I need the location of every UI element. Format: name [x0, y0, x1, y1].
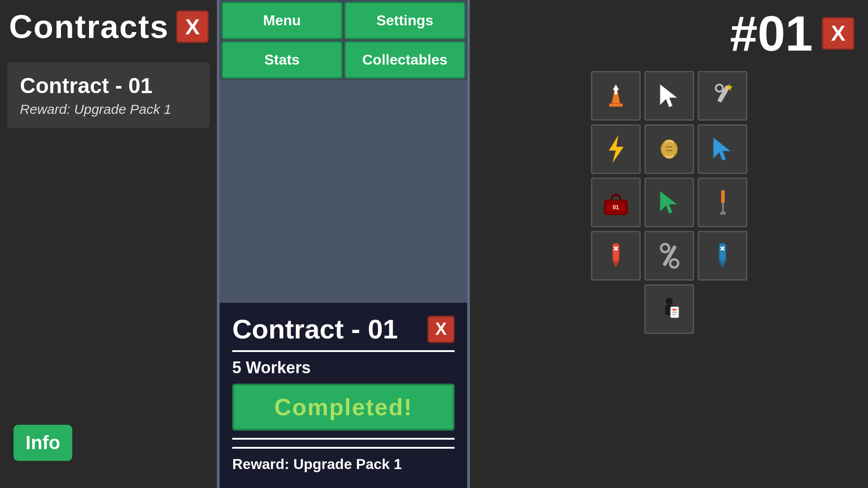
info-button-label: Info — [26, 432, 61, 454]
silver-wrench-icon[interactable] — [644, 231, 694, 281]
nav-buttons-area: Menu Settings Stats Collectables — [220, 0, 467, 80]
left-panel: Contracts X Contract - 01 Reward: Upgrad… — [0, 0, 217, 488]
cursor-icon[interactable] — [644, 71, 694, 121]
blue-cursor-icon[interactable] — [698, 124, 747, 174]
contract-number: #01 — [730, 5, 813, 62]
divider-1 — [232, 350, 455, 352]
contract-card-reward: Reward: Upgrade Pack 1 — [20, 102, 197, 117]
divider-2 — [232, 438, 455, 440]
contracts-title: Contracts — [9, 8, 169, 45]
svg-marker-31 — [719, 261, 726, 268]
contract-detail-close-button[interactable]: X — [427, 316, 455, 343]
svg-rect-30 — [719, 244, 726, 262]
svg-marker-15 — [713, 138, 730, 160]
svg-marker-24 — [613, 261, 619, 268]
right-close-icon: X — [831, 21, 845, 46]
svg-marker-4 — [660, 84, 677, 107]
wrench-star-icon[interactable] — [698, 71, 747, 121]
completed-label: Completed! — [274, 394, 413, 420]
svg-rect-12 — [666, 142, 672, 156]
contract-detail-card: Contract - 01 X 5 Workers Completed! Rew… — [220, 303, 467, 488]
contracts-close-button[interactable]: X — [176, 10, 209, 43]
stats-button[interactable]: Stats — [221, 41, 343, 79]
svg-rect-22 — [720, 212, 726, 215]
contract-detail-title: Contract - 01 — [232, 314, 398, 345]
info-button[interactable]: Info — [14, 425, 72, 461]
right-header: #01 X — [479, 5, 859, 62]
collectables-button[interactable]: Collectables — [344, 41, 465, 79]
marker-icon[interactable] — [591, 231, 641, 281]
contract-reward: Reward: Upgrade Pack 1 — [232, 456, 455, 477]
menu-button[interactable]: Menu — [221, 2, 343, 39]
green-cursor-icon[interactable] — [644, 178, 694, 227]
right-close-button[interactable]: X — [822, 17, 854, 50]
center-panel: Menu Settings Stats Collectables Contrac… — [217, 0, 470, 488]
contract-detail-close-icon: X — [435, 319, 446, 339]
contract-person-icon[interactable] — [644, 284, 694, 334]
svg-rect-3 — [615, 90, 617, 94]
svg-point-28 — [661, 244, 669, 252]
screwdriver-icon[interactable] — [698, 178, 747, 227]
contract-workers: 5 Workers — [232, 358, 455, 377]
blue-marker-icon[interactable] — [698, 231, 747, 281]
svg-point-34 — [666, 298, 673, 305]
contract-detail-header: Contract - 01 X — [232, 314, 455, 345]
toolbox-icon[interactable]: 01 — [591, 178, 641, 227]
contract-card-title: Contract - 01 — [20, 73, 197, 98]
svg-rect-23 — [613, 244, 619, 262]
icon-grid: 01 — [479, 71, 859, 281]
right-panel: #01 X — [470, 0, 868, 488]
contract-detail-area: Contract - 01 X 5 Workers Completed! Rew… — [220, 80, 467, 488]
svg-marker-8 — [609, 136, 624, 163]
svg-point-6 — [716, 84, 723, 92]
svg-rect-20 — [721, 190, 725, 203]
svg-marker-2 — [613, 84, 619, 90]
svg-marker-19 — [660, 191, 677, 214]
svg-point-29 — [670, 259, 678, 267]
contract-card: Contract - 01 Reward: Upgrade Pack 1 — [7, 62, 210, 128]
contracts-close-icon: X — [185, 14, 200, 39]
divider-3 — [232, 447, 455, 449]
icon-grid-bottom — [479, 284, 859, 334]
svg-text:01: 01 — [613, 204, 619, 211]
settings-button[interactable]: Settings — [344, 2, 465, 39]
completed-button[interactable]: Completed! — [232, 384, 455, 431]
glove-icon[interactable] — [644, 124, 694, 174]
svg-rect-1 — [609, 103, 623, 107]
contracts-title-area: Contracts X — [0, 0, 217, 53]
cone-cursor-icon[interactable] — [591, 71, 641, 121]
lightning-icon[interactable] — [591, 124, 641, 174]
